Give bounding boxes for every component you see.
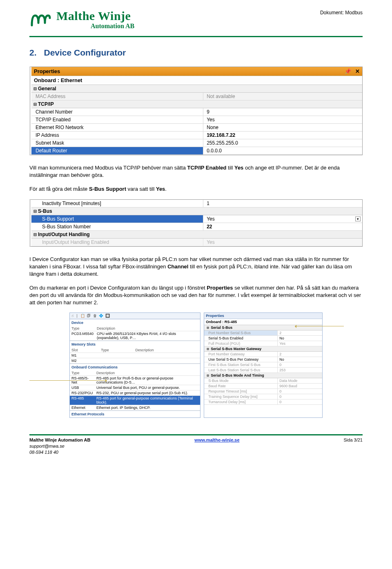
row-sbus-support[interactable]: S-Bus Support Yes ▾ — [31, 215, 362, 223]
row-rio[interactable]: Ethernet RIO Network None — [31, 124, 362, 132]
footer-left: Malthe Winje Automation AB support@mwa.s… — [29, 437, 90, 455]
section-title: Device Configurator — [44, 48, 126, 57]
header-rule — [29, 36, 363, 37]
comm-table: TypeDescription RS-485/S-NetRS-485 port … — [70, 370, 200, 411]
logo-icon — [29, 11, 52, 29]
footer-company: Malthe Winje Automation AB — [29, 437, 90, 442]
toolbar[interactable]: ☝ | 📋 🗐 🗑 💠 🔲 — [70, 313, 200, 319]
dropdown-icon[interactable]: ▾ — [355, 216, 361, 221]
category-mode-timing[interactable]: ⊟Serial S-Bus Mode And Timing — [204, 373, 322, 378]
row-tcpip-enabled[interactable]: TCP/IP Enabled Yes — [31, 116, 362, 124]
screenshot-properties-ethernet: Properties 📌 ✕ Onboard : Ethernet ⊟Gener… — [29, 67, 363, 155]
row-full-protocol[interactable]: Full Protocol (PGU)Yes — [204, 341, 322, 346]
memory-table: SlotTypeDescription M1 M2 — [70, 348, 200, 364]
comm-row[interactable]: USBUniversal Serial Bus port, PGU or gen… — [70, 385, 200, 390]
footer-link[interactable]: www.malthe-winje.se — [194, 437, 239, 442]
device-table: TypeDescription PCD3.M5540CPU with 256/5… — [70, 326, 200, 341]
properties-pane-rs485: Properties Onboard : RS-485 ⊟Serial S-Bu… — [204, 312, 323, 418]
category-io[interactable]: ⊟Input/Output Handling — [31, 231, 362, 239]
device-pane: ☝ | 📋 🗐 🗑 💠 🔲 Device TypeDescription PCD… — [69, 312, 200, 418]
row-turnaround-delay[interactable]: Turnaround Delay [ms]0 — [204, 399, 322, 405]
row-use-gateway[interactable]: Use Serial S-Bus Per GatewayNo — [204, 357, 322, 362]
paragraph-2: För att få göra det måste S-Bus Support … — [29, 185, 363, 193]
paragraph-1: Vill man kommunicera med Modbus via TCP/… — [29, 164, 363, 179]
logo-text2: Automation AB — [91, 23, 134, 29]
row-inactivity[interactable]: Inactivity Timeout [minutes] 1 — [31, 200, 362, 208]
row-sbus-enabled[interactable]: Serial S-Bus EnabledNo — [204, 336, 322, 341]
footer-phone: 08-594 118 40 — [29, 450, 58, 455]
row-training-delay[interactable]: Training Sequence Delay [ms]0 — [204, 394, 322, 399]
logo: Malthe Winje Automation AB — [29, 10, 134, 29]
row-baud-rate[interactable]: Baud Rate9600 Baud — [204, 384, 322, 389]
doc-label: Dokument: Modbus — [320, 10, 363, 16]
panel-titlebar: Properties 📌 ✕ — [31, 67, 362, 76]
slot-row[interactable]: M1 — [70, 353, 200, 358]
pin-icon[interactable]: 📌 — [345, 68, 351, 74]
panel-title: Properties — [204, 313, 322, 319]
paragraph-3: I Device Configurator kan man se vilka f… — [29, 256, 363, 278]
paragraph-4: Om du markerar en port i Device Configur… — [29, 284, 363, 306]
page-footer: Malthe Winje Automation AB support@mwa.s… — [29, 435, 363, 468]
category-tcpip[interactable]: ⊟TCP/IP — [31, 100, 362, 108]
page-number: Sida 3/21 — [344, 437, 363, 442]
comm-row[interactable]: RS-232/PGURS-232, PGU or general-purpose… — [70, 390, 200, 396]
footer-right: Sida 3/21 — [344, 437, 363, 455]
label-mac: MAC Address — [31, 93, 203, 100]
arrow-right-icon — [295, 326, 344, 326]
device-heading: Device — [70, 319, 200, 326]
footer-center: www.malthe-winje.se — [194, 437, 239, 455]
row-io-enabled: Input/Output Handling Enabled Yes — [31, 239, 362, 246]
footer-email: support@mwa.se — [29, 444, 65, 449]
category-general[interactable]: ⊟General — [31, 85, 362, 93]
panel-subtitle: Onboard : Ethernet — [31, 76, 362, 85]
row-mac: MAC Address Not available — [31, 93, 362, 100]
close-icon[interactable]: ✕ — [355, 68, 360, 74]
screenshot-device-config: ☝ | 📋 🗐 🗑 💠 🔲 Device TypeDescription PCD… — [29, 312, 363, 418]
arrow-left-icon — [29, 380, 107, 381]
panel-subtitle: Onboard : RS-485 — [204, 319, 322, 325]
row-sbus-mode[interactable]: S-Bus ModeData Mode — [204, 378, 322, 384]
panel-title: Properties — [34, 68, 60, 74]
value-mac: Not available — [203, 93, 362, 100]
screenshot-sbus: Inactivity Timeout [minutes] 1 ⊟S-Bus S-… — [29, 199, 363, 247]
section-number: 2. — [29, 48, 37, 57]
comm-row-selected[interactable]: RS-485RS-485 port for general-purpose co… — [70, 396, 200, 405]
row-port-gateway[interactable]: Port Number Gateway2 — [204, 352, 322, 357]
row-first-station[interactable]: First S-Bus Station Serial S-Bus0 — [204, 362, 322, 368]
category-master-gateway[interactable]: ⊟Serial S-Bus Master Gateway — [204, 346, 322, 352]
comm-row[interactable]: EthernetEthernet port. IP Settings, DHCP… — [70, 405, 200, 411]
section-heading: 2.Device Configurator — [29, 48, 363, 58]
eth-protocols-heading: Ethernet Protocols — [70, 411, 200, 417]
slot-row[interactable]: M2 — [70, 358, 200, 364]
logo-text1: Malthe Winje — [56, 10, 134, 22]
page-header: Malthe Winje Automation AB Dokument: Mod… — [29, 10, 363, 31]
device-row[interactable]: PCD3.M5540CPU with 256/512/1024 KBytes R… — [70, 331, 200, 341]
category-sbus[interactable]: ⊟S-Bus — [31, 208, 362, 215]
row-sbus-station[interactable]: S-Bus Station Number 22 — [31, 223, 362, 231]
row-last-station[interactable]: Last S-Bus Station Serial S-Bus253 — [204, 368, 322, 373]
comm-heading: Onboard Communications — [70, 364, 200, 370]
row-ip[interactable]: IP Address 192.168.7.22 — [31, 132, 362, 139]
row-channel[interactable]: Channel Number 9 — [31, 108, 362, 116]
row-default-router[interactable]: Default Router 0.0.0.0 — [31, 147, 362, 155]
row-port-number[interactable]: Port Number Serial S-Bus2 — [204, 330, 322, 336]
memory-heading: Memory Slots — [70, 341, 200, 348]
row-subnet[interactable]: Subnet Mask 255.255.255.0 — [31, 139, 362, 147]
row-response-timeout[interactable]: Response Timeout [ms]0 — [204, 389, 322, 394]
